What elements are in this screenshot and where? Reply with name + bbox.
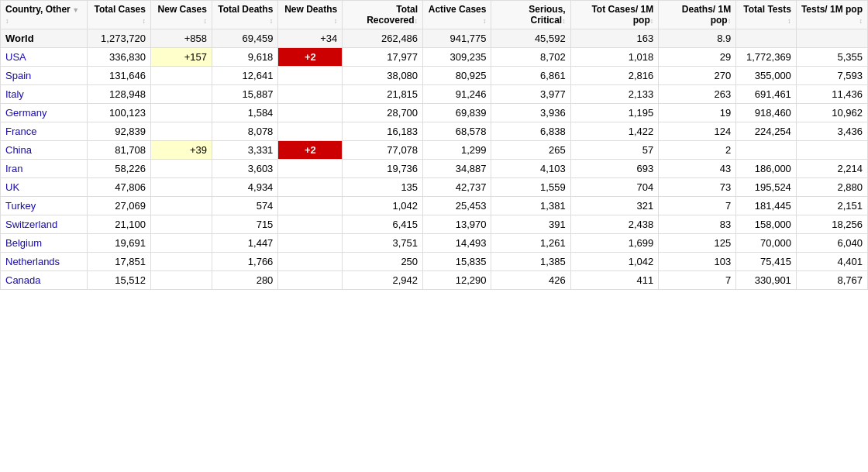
column-label-new_cases: New Cases [158, 4, 207, 15]
table-row: Belgium19,6911,4473,75114,4931,2611,6991… [1, 234, 868, 253]
column-header-serious_critical[interactable]: Serious, Critical ↕ [491, 1, 570, 29]
cell-total-cases: 336,830 [88, 48, 151, 67]
cell-tests-per-1m: 2,151 [796, 197, 867, 215]
sort-icon-total_cases: ↕ [142, 17, 146, 25]
cell-total-tests: 181,445 [736, 197, 797, 215]
cell-country[interactable]: Italy [1, 85, 88, 104]
country-link[interactable]: China [5, 144, 32, 156]
cell-tests-per-1m: 7,593 [796, 67, 867, 85]
sort-icon-deaths_per_1m: ↕ [728, 17, 732, 25]
cell-country[interactable]: Turkey [1, 197, 88, 215]
cell-total-cases: 17,851 [88, 253, 151, 271]
column-header-deaths_per_1m[interactable]: Deaths/ 1M pop ↕ [659, 1, 736, 29]
column-header-tot_cases_per_1m[interactable]: Tot Cases/ 1M pop ↕ [570, 1, 659, 29]
cell-tests-per-1m: 8,767 [796, 271, 867, 290]
column-header-tests_per_1m[interactable]: Tests/ 1M pop ↕ [796, 1, 867, 29]
country-link[interactable]: Italy [5, 88, 24, 100]
cell-new-cases: +858 [150, 29, 212, 48]
cell-country[interactable]: UK [1, 178, 88, 197]
country-link[interactable]: France [5, 126, 36, 137]
cell-country[interactable]: Spain [1, 67, 88, 85]
country-link[interactable]: USA [5, 51, 26, 63]
cell-country[interactable]: Canada [1, 271, 88, 290]
country-link[interactable]: UK [5, 181, 19, 193]
cell-new-cases [150, 160, 212, 178]
cell-country[interactable]: Belgium [1, 234, 88, 253]
column-label-new_deaths: New Deaths [284, 4, 337, 15]
country-link[interactable]: Switzerland [5, 219, 57, 230]
cell-country[interactable]: France [1, 122, 88, 141]
cell-tests-per-1m: 10,962 [796, 104, 867, 122]
column-header-new_cases[interactable]: New Cases ↕ [150, 1, 212, 29]
column-header-total_recovered[interactable]: Total Recovered ↕ [343, 1, 423, 29]
column-header-country[interactable]: Country, Other ▼ ↕ [1, 1, 88, 29]
cell-country[interactable]: Germany [1, 104, 88, 122]
sort-icon-active_cases: ↕ [483, 17, 487, 25]
cell-total-recovered: 19,736 [343, 160, 423, 178]
cell-tests-per-1m: 2,880 [796, 178, 867, 197]
sort-icon-total_deaths: ↕ [270, 17, 274, 25]
cell-total-deaths: 3,331 [212, 141, 277, 160]
filter-icon-country[interactable]: ▼ [71, 6, 79, 14]
cell-active-cases: 13,970 [423, 215, 491, 234]
cell-tests-per-1m: 18,256 [796, 215, 867, 234]
cell-tests-per-1m: 4,401 [796, 253, 867, 271]
cell-serious-critical: 426 [491, 271, 570, 290]
country-link[interactable]: Belgium [5, 237, 42, 249]
cell-country[interactable]: USA [1, 48, 88, 67]
column-label-tot_cases_per_1m: Tot Cases/ 1M pop [591, 4, 653, 26]
cell-country[interactable]: Netherlands [1, 253, 88, 271]
country-link[interactable]: Netherlands [5, 256, 60, 267]
column-header-new_deaths[interactable]: New Deaths ↕ [278, 1, 343, 29]
cell-active-cases: 941,775 [423, 29, 491, 48]
sort-icon-tot_cases_per_1m: ↕ [650, 17, 654, 25]
sort-icon-new_deaths: ↕ [334, 17, 338, 25]
column-header-total_cases[interactable]: Total Cases ↕ [88, 1, 151, 29]
column-header-total_deaths[interactable]: Total Deaths ↕ [212, 1, 277, 29]
cell-total-cases: 92,839 [88, 122, 151, 141]
cell-total-cases: 19,691 [88, 234, 151, 253]
cell-new-cases [150, 85, 212, 104]
cell-tests-per-1m: 5,355 [796, 48, 867, 67]
table-row: Netherlands17,8511,76625015,8351,3851,04… [1, 253, 868, 271]
cell-tot-cases-per-1m: 321 [570, 197, 659, 215]
cell-deaths-per-1m: 19 [659, 104, 736, 122]
cell-total-tests: 330,901 [736, 271, 797, 290]
country-link[interactable]: Germany [5, 107, 46, 119]
cell-total-recovered: 21,815 [343, 85, 423, 104]
cell-active-cases: 42,737 [423, 178, 491, 197]
cell-new-cases [150, 253, 212, 271]
cell-new-cases [150, 234, 212, 253]
cell-country[interactable]: Iran [1, 160, 88, 178]
cell-total-cases: 47,806 [88, 178, 151, 197]
cell-tot-cases-per-1m: 163 [570, 29, 659, 48]
cell-deaths-per-1m: 83 [659, 215, 736, 234]
country-link[interactable]: Turkey [5, 200, 36, 212]
country-link[interactable]: Spain [5, 70, 31, 81]
cell-total-tests: 224,254 [736, 122, 797, 141]
cell-total-cases: 81,708 [88, 141, 151, 160]
country-link[interactable]: Canada [5, 274, 41, 286]
cell-new-deaths [278, 271, 343, 290]
column-header-total_tests[interactable]: Total Tests ↕ [736, 1, 797, 29]
covid-table: Country, Other ▼ ↕Total Cases ↕New Cases… [0, 0, 868, 290]
sort-icon-country: ↕ [5, 17, 9, 25]
cell-tests-per-1m: 11,436 [796, 85, 867, 104]
cell-deaths-per-1m: 43 [659, 160, 736, 178]
cell-deaths-per-1m: 124 [659, 122, 736, 141]
column-header-active_cases[interactable]: Active Cases ↕ [423, 1, 491, 29]
cell-active-cases: 15,835 [423, 253, 491, 271]
cell-country[interactable]: China [1, 141, 88, 160]
country-link[interactable]: Iran [5, 163, 22, 174]
cell-total-tests [736, 29, 797, 48]
cell-new-deaths [278, 160, 343, 178]
cell-serious-critical: 1,381 [491, 197, 570, 215]
cell-tot-cases-per-1m: 2,133 [570, 85, 659, 104]
cell-active-cases: 68,578 [423, 122, 491, 141]
table-row: Canada15,5122802,94212,2904264117330,901… [1, 271, 868, 290]
cell-total-recovered: 250 [343, 253, 423, 271]
cell-total-tests [736, 141, 797, 160]
cell-country[interactable]: Switzerland [1, 215, 88, 234]
cell-total-cases: 21,100 [88, 215, 151, 234]
cell-serious-critical: 391 [491, 215, 570, 234]
